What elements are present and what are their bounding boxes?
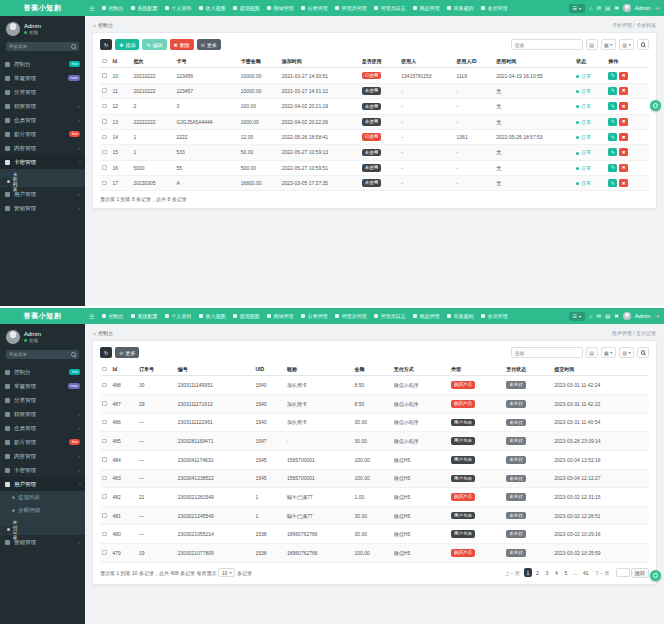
nav-more-dropdown[interactable]: ☰▾ <box>569 312 586 321</box>
row-checkbox[interactable] <box>102 401 107 406</box>
sidebar-subitem[interactable]: 卡密列表 <box>0 178 17 186</box>
avatar[interactable] <box>623 312 631 320</box>
sidebar-subitem[interactable]: 提现列表 <box>0 491 85 504</box>
page-number[interactable]: ... <box>571 568 579 577</box>
sidebar-item-permission[interactable]: 权限管理‹ <box>0 99 85 113</box>
breadcrumb-left[interactable]: 控制台 <box>98 22 113 28</box>
view-list-button[interactable]: ▤ <box>586 347 598 358</box>
table-search-input[interactable] <box>511 39 583 50</box>
page-jump-button[interactable]: 跳转 <box>631 568 649 578</box>
delete-button[interactable]: ✖ <box>619 179 628 187</box>
grid-view-dropdown[interactable]: ▦▾ <box>601 39 616 50</box>
avatar[interactable] <box>6 22 20 36</box>
column-header[interactable]: 状态 <box>574 55 606 68</box>
edit-button[interactable]: ✎ <box>608 102 617 110</box>
sidebar-toggle-icon[interactable]: ☰ <box>85 313 98 320</box>
nav-item[interactable]: 采集规则 <box>443 5 477 11</box>
user-name[interactable]: Admin <box>635 313 651 319</box>
nav-item[interactable]: 管理员管理 <box>331 313 370 319</box>
delete-button[interactable]: ✖ <box>619 148 628 156</box>
page-number[interactable]: 3 <box>543 568 551 577</box>
sidebar-item-cardkey[interactable]: 卡密管理‹ <box>0 463 85 477</box>
refresh-button[interactable]: ↻ <box>100 39 112 50</box>
delete-button[interactable]: ✖删除 <box>170 39 194 50</box>
page-number[interactable]: 41 <box>581 568 591 577</box>
nav-item[interactable]: 管理员日志 <box>370 5 409 11</box>
nav-item[interactable]: 会员管理 <box>477 5 511 11</box>
nav-item[interactable]: 个人资料 <box>161 313 195 319</box>
home-icon[interactable]: ⌂ <box>589 313 592 319</box>
close-icon[interactable]: ✖ <box>614 5 619 11</box>
nav-item[interactable]: 会员管理 <box>477 313 511 319</box>
next-page-button[interactable]: 下一页 <box>592 570 612 576</box>
column-header[interactable]: 卡号 <box>174 55 238 68</box>
column-header[interactable]: 卡密金额 <box>239 55 280 68</box>
nav-item[interactable]: 提现视图 <box>229 5 263 11</box>
sidebar-item-member[interactable]: 会员管理‹ <box>0 113 85 127</box>
column-header[interactable]: 金额 <box>352 363 391 376</box>
column-header[interactable]: 使用人ID <box>455 55 495 68</box>
column-header[interactable]: Id↕ <box>111 363 137 376</box>
columns-dropdown[interactable]: ▥▾ <box>619 39 634 50</box>
breadcrumb-left[interactable]: 控制台 <box>98 330 113 336</box>
row-checkbox[interactable] <box>102 73 107 78</box>
nav-more-dropdown[interactable]: ☰▾ <box>569 4 586 13</box>
sidebar-item-cardkey[interactable]: 卡密管理‹ <box>0 155 85 169</box>
avatar[interactable] <box>623 4 631 12</box>
sidebar-item-category[interactable]: 分类管理 <box>0 393 85 407</box>
nav-item[interactable]: 商城管理 <box>263 313 297 319</box>
column-header[interactable]: 昵称 <box>285 363 352 376</box>
search-button[interactable] <box>637 347 649 358</box>
row-checkbox[interactable] <box>102 439 107 444</box>
nav-item[interactable]: 收入视图 <box>195 5 229 11</box>
edit-button[interactable]: ✎ <box>608 148 617 156</box>
logout-icon[interactable]: ➔ <box>654 5 659 11</box>
page-number[interactable]: 5 <box>562 568 570 577</box>
columns-dropdown[interactable]: ▥▾ <box>619 347 634 358</box>
sidebar-subitem[interactable]: 余额明细 <box>0 504 85 517</box>
nav-item[interactable]: 商品管理 <box>409 313 443 319</box>
sidebar-item-dashboard[interactable]: 控制台hot <box>0 365 85 379</box>
sidebar-item-general[interactable]: 常规管理new <box>0 379 85 393</box>
column-header[interactable]: 使用时间 <box>494 55 574 68</box>
row-checkbox[interactable] <box>102 88 107 93</box>
row-checkbox[interactable] <box>102 532 107 537</box>
sidebar-item-video[interactable]: 影片管理hot <box>0 435 85 449</box>
delete-button[interactable]: ✖ <box>619 164 628 172</box>
row-checkbox[interactable] <box>102 150 107 155</box>
sidebar-search-input[interactable] <box>9 44 61 49</box>
close-icon[interactable]: ✖ <box>614 313 619 319</box>
select-all-checkbox[interactable] <box>102 367 107 372</box>
edit-button[interactable]: ✎ <box>608 87 617 95</box>
row-checkbox[interactable] <box>102 383 107 388</box>
nav-item[interactable]: 商城管理 <box>263 5 297 11</box>
edit-button[interactable]: ✎ <box>608 164 617 172</box>
sidebar-item-user[interactable]: 用户管理‹ <box>0 477 85 491</box>
more-button[interactable]: ⊙更多 <box>197 39 221 50</box>
page-size-select[interactable]: 10▾ <box>218 568 235 577</box>
row-checkbox[interactable] <box>102 165 107 170</box>
nav-item[interactable]: 控制台 <box>98 5 127 11</box>
select-all-checkbox[interactable] <box>102 59 107 64</box>
row-checkbox[interactable] <box>102 135 107 140</box>
page-jump-input[interactable] <box>616 568 630 577</box>
column-header[interactable]: 编号 <box>176 363 254 376</box>
nav-item[interactable]: 提现视图 <box>229 313 263 319</box>
sidebar-item-marketing[interactable]: 营销管理‹ <box>0 201 85 215</box>
sidebar-item-video[interactable]: 影片管理hot <box>0 127 85 141</box>
floating-service-button[interactable] <box>650 570 661 581</box>
column-header[interactable]: 是否使用 <box>360 55 400 68</box>
delete-button[interactable]: ✖ <box>619 118 628 126</box>
row-checkbox[interactable] <box>102 476 107 481</box>
edit-button[interactable]: ✎ <box>608 179 617 187</box>
edit-button[interactable]: ✎ <box>608 133 617 141</box>
column-header[interactable]: 支付状态 <box>504 363 552 376</box>
delete-button[interactable]: ✖ <box>619 87 628 95</box>
nav-item[interactable]: 系统配置 <box>127 5 161 11</box>
sidebar-item-member[interactable]: 会员管理‹ <box>0 421 85 435</box>
grid-icon[interactable]: ▤ <box>605 313 610 319</box>
page-number[interactable]: 2 <box>533 568 541 577</box>
nav-item[interactable]: 控制台 <box>98 313 127 319</box>
column-header[interactable]: 提交时间 <box>552 363 649 376</box>
sidebar-item-content[interactable]: 内容管理‹ <box>0 449 85 463</box>
